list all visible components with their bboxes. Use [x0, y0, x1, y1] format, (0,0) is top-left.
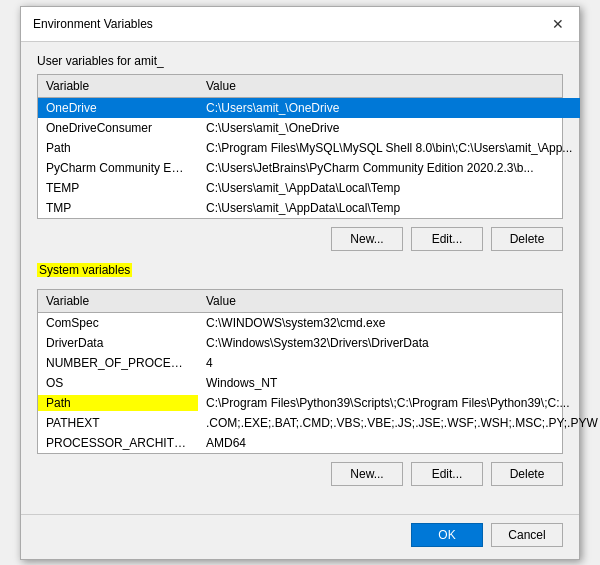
table-cell-variable: DriverData	[38, 335, 198, 351]
table-row[interactable]: Path C:\Program Files\MySQL\MySQL Shell …	[38, 138, 580, 158]
table-row[interactable]: PROCESSOR_ARCHITECTURE AMD64	[38, 433, 600, 453]
user-section-label: User variables for amit_	[37, 54, 563, 68]
table-cell-variable: OneDriveConsumer	[38, 120, 198, 136]
table-cell-variable: PROCESSOR_ARCHITECTURE	[38, 435, 198, 451]
table-cell-value: AMD64	[198, 435, 600, 451]
user-header-variable: Variable	[38, 78, 198, 94]
system-buttons-row: New... Edit... Delete	[37, 462, 563, 486]
ok-button[interactable]: OK	[411, 523, 483, 547]
table-cell-value: C:\Users\amit_\OneDrive	[198, 100, 580, 116]
table-cell-variable: ComSpec	[38, 315, 198, 331]
dialog-body: User variables for amit_ Variable Value …	[21, 42, 579, 510]
user-variables-table: Variable Value OneDrive C:\Users\amit_\O…	[37, 74, 563, 219]
table-cell-value: C:\Program Files\Python39\Scripts\;C:\Pr…	[198, 395, 600, 411]
user-table-body: OneDrive C:\Users\amit_\OneDrive OneDriv…	[38, 98, 580, 218]
system-table-body: ComSpec C:\WINDOWS\system32\cmd.exe Driv…	[38, 313, 600, 453]
user-delete-button[interactable]: Delete	[491, 227, 563, 251]
system-section-label: System variables	[37, 263, 132, 277]
table-cell-value: C:\Windows\System32\Drivers\DriverData	[198, 335, 600, 351]
system-table-header: Variable Value	[38, 290, 562, 313]
table-cell-variable: Path	[38, 140, 198, 156]
system-header-variable: Variable	[38, 293, 198, 309]
system-new-button[interactable]: New...	[331, 462, 403, 486]
user-edit-button[interactable]: Edit...	[411, 227, 483, 251]
environment-variables-dialog: Environment Variables ✕ User variables f…	[20, 6, 580, 560]
table-cell-value: C:\Users\amit_\AppData\Local\Temp	[198, 180, 580, 196]
table-cell-variable: TEMP	[38, 180, 198, 196]
table-cell-variable: PyCharm Community Edition	[38, 160, 198, 176]
system-delete-button[interactable]: Delete	[491, 462, 563, 486]
table-cell-value: Windows_NT	[198, 375, 600, 391]
user-table-header: Variable Value	[38, 75, 562, 98]
table-row[interactable]: DriverData C:\Windows\System32\Drivers\D…	[38, 333, 600, 353]
user-buttons-row: New... Edit... Delete	[37, 227, 563, 251]
user-header-value: Value	[198, 78, 562, 94]
table-cell-value: C:\Users\JetBrains\PyCharm Community Edi…	[198, 160, 580, 176]
title-bar: Environment Variables ✕	[21, 7, 579, 42]
table-cell-variable: Path	[38, 395, 198, 411]
table-row[interactable]: PyCharm Community Edition C:\Users\JetBr…	[38, 158, 580, 178]
table-cell-value: C:\Users\amit_\OneDrive	[198, 120, 580, 136]
table-row[interactable]: PATHEXT .COM;.EXE;.BAT;.CMD;.VBS;.VBE;.J…	[38, 413, 600, 433]
cancel-button[interactable]: Cancel	[491, 523, 563, 547]
table-cell-value: C:\WINDOWS\system32\cmd.exe	[198, 315, 600, 331]
table-cell-variable: PATHEXT	[38, 415, 198, 431]
system-table-scroll-area: ComSpec C:\WINDOWS\system32\cmd.exe Driv…	[38, 313, 562, 453]
system-edit-button[interactable]: Edit...	[411, 462, 483, 486]
table-row[interactable]: OS Windows_NT	[38, 373, 600, 393]
dialog-footer: OK Cancel	[21, 514, 579, 559]
dialog-title: Environment Variables	[33, 17, 153, 31]
table-row[interactable]: NUMBER_OF_PROCESSORS 4	[38, 353, 600, 373]
table-row[interactable]: TEMP C:\Users\amit_\AppData\Local\Temp	[38, 178, 580, 198]
table-cell-variable: OneDrive	[38, 100, 198, 116]
system-section-label-wrapper: System variables	[37, 263, 563, 283]
table-row-path-highlighted[interactable]: Path C:\Program Files\Python39\Scripts\;…	[38, 393, 600, 413]
table-cell-variable: TMP	[38, 200, 198, 216]
table-cell-value: C:\Users\amit_\AppData\Local\Temp	[198, 200, 580, 216]
system-header-value: Value	[198, 293, 562, 309]
table-cell-value: C:\Program Files\MySQL\MySQL Shell 8.0\b…	[198, 140, 580, 156]
table-row[interactable]: OneDrive C:\Users\amit_\OneDrive	[38, 98, 580, 118]
system-variables-table: Variable Value ComSpec C:\WINDOWS\system…	[37, 289, 563, 454]
table-row[interactable]: TMP C:\Users\amit_\AppData\Local\Temp	[38, 198, 580, 218]
table-cell-value: 4	[198, 355, 600, 371]
table-cell-variable: OS	[38, 375, 198, 391]
table-cell-value: .COM;.EXE;.BAT;.CMD;.VBS;.VBE;.JS;.JSE;.…	[198, 415, 600, 431]
table-row[interactable]: ComSpec C:\WINDOWS\system32\cmd.exe	[38, 313, 600, 333]
table-cell-variable: NUMBER_OF_PROCESSORS	[38, 355, 198, 371]
table-row[interactable]: OneDriveConsumer C:\Users\amit_\OneDrive	[38, 118, 580, 138]
user-table-scroll-area: OneDrive C:\Users\amit_\OneDrive OneDriv…	[38, 98, 562, 218]
user-new-button[interactable]: New...	[331, 227, 403, 251]
close-button[interactable]: ✕	[549, 15, 567, 33]
